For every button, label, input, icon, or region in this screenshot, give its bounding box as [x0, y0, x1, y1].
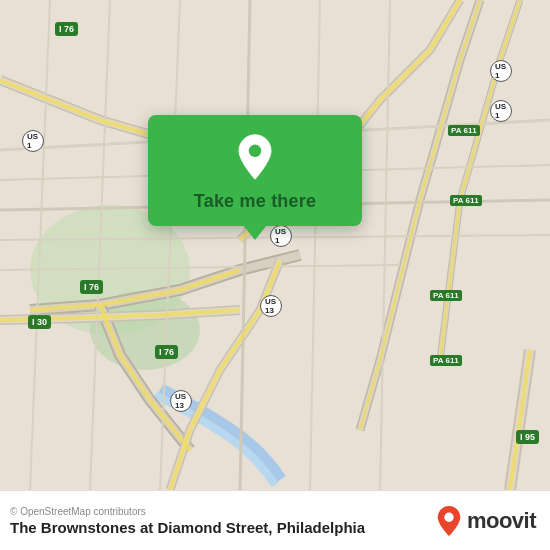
road-badge: PA 611	[448, 125, 480, 136]
road-badge: US 1	[490, 100, 512, 122]
navigation-popup[interactable]: Take me there	[148, 115, 362, 226]
copyright-text: © OpenStreetMap contributors	[10, 506, 365, 517]
road-badge: PA 611	[430, 355, 462, 366]
road-badge: I 95	[516, 430, 539, 444]
road-badge: US 1	[22, 130, 44, 152]
bottom-bar: © OpenStreetMap contributors The Brownst…	[0, 490, 550, 550]
road-badge: I 76	[80, 280, 103, 294]
svg-point-13	[249, 145, 261, 157]
road-badge: I 30	[28, 315, 51, 329]
moovit-brand-name: moovit	[467, 508, 536, 534]
bottom-left: © OpenStreetMap contributors The Brownst…	[10, 506, 365, 536]
road-badge: PA 611	[430, 290, 462, 301]
svg-line-11	[310, 0, 320, 490]
road-badge: US 13	[170, 390, 192, 412]
road-badge: PA 611	[450, 195, 482, 206]
svg-point-14	[444, 512, 453, 521]
road-badge: I 76	[55, 22, 78, 36]
svg-line-10	[240, 0, 250, 490]
road-badge: US 1	[490, 60, 512, 82]
location-pin-icon	[231, 133, 279, 181]
moovit-pin-icon	[435, 505, 463, 537]
road-badge: US 1	[270, 225, 292, 247]
svg-line-12	[380, 0, 390, 490]
moovit-logo: moovit	[435, 505, 536, 537]
take-me-there-button[interactable]: Take me there	[194, 191, 316, 212]
map-container: Take me there I 76US 1US 1US 1PA 611PA 6…	[0, 0, 550, 490]
road-badge: US 13	[260, 295, 282, 317]
location-name: The Brownstones at Diamond Street, Phila…	[10, 519, 365, 536]
road-badge: I 76	[155, 345, 178, 359]
